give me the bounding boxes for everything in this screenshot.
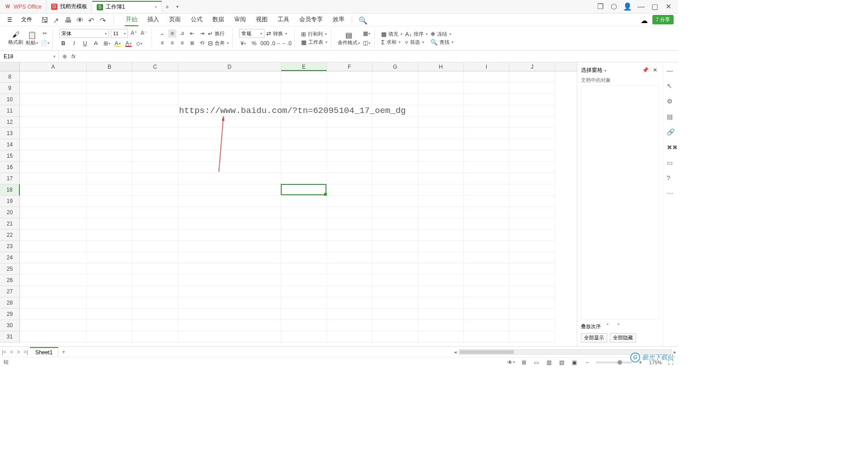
pin-icon[interactable]: 📌 [642, 66, 650, 74]
cell-A10[interactable] [20, 94, 87, 105]
row-header-30[interactable]: 30 [0, 320, 20, 331]
cell-B14[interactable] [87, 139, 132, 150]
search-icon[interactable]: 🔍 [359, 16, 366, 24]
cell-D17[interactable] [178, 173, 281, 184]
currency-icon[interactable]: ¥▾ [239, 39, 247, 47]
cell-G30[interactable] [373, 320, 418, 331]
cell-F27[interactable] [327, 286, 373, 297]
cell-B23[interactable] [87, 241, 132, 252]
cell-D13[interactable] [178, 128, 281, 139]
decimal-dec-icon[interactable]: ←.0 [283, 39, 291, 47]
cell-A14[interactable] [20, 139, 87, 150]
cell-F20[interactable] [327, 207, 373, 218]
find-button[interactable]: 🔍查找▾ [430, 39, 453, 46]
cell-J9[interactable] [509, 83, 555, 94]
cell-B30[interactable] [87, 320, 132, 331]
cell-E19[interactable] [281, 196, 327, 207]
cell-C21[interactable] [132, 218, 178, 230]
cell-C8[interactable] [132, 71, 178, 83]
cell-B19[interactable] [87, 196, 132, 207]
tab-wps-office[interactable]: W WPS Office [0, 1, 47, 13]
cell-E26[interactable] [281, 275, 327, 286]
menu-tab-开始[interactable]: 开始 [125, 14, 138, 26]
cell-G15[interactable] [373, 150, 418, 162]
cell-H27[interactable] [418, 286, 464, 297]
cell-H8[interactable] [418, 71, 464, 83]
cell-I14[interactable] [464, 139, 509, 150]
panel-title[interactable]: 选择窗格 ▾ [581, 66, 606, 74]
border-button[interactable]: ⊞▾ [103, 39, 111, 47]
cell-H10[interactable] [418, 94, 464, 105]
cell-J15[interactable] [509, 150, 555, 162]
cell-F8[interactable] [327, 71, 373, 83]
cell-I18[interactable] [464, 184, 509, 196]
cell-J12[interactable] [509, 117, 555, 128]
cell-I29[interactable] [464, 309, 509, 320]
cell-A24[interactable] [20, 252, 87, 263]
row-header-29[interactable]: 29 [0, 309, 20, 320]
align-right-icon[interactable]: ≡ [178, 39, 186, 47]
cell-D26[interactable] [178, 275, 281, 286]
cell-F14[interactable] [327, 139, 373, 150]
cell-A29[interactable] [20, 309, 87, 320]
cell-G13[interactable] [373, 128, 418, 139]
row-header-13[interactable]: 13 [0, 128, 20, 139]
menu-tab-审阅[interactable]: 审阅 [233, 14, 247, 26]
cell-E30[interactable] [281, 320, 327, 331]
cell-I13[interactable] [464, 128, 509, 139]
bold-button[interactable]: B [59, 39, 67, 47]
table-style-icon[interactable]: ▦▾ [363, 29, 371, 38]
name-box[interactable]: E18 [0, 51, 59, 62]
strike-button[interactable]: A [92, 39, 100, 47]
cell-A16[interactable] [20, 162, 87, 173]
expand-icon[interactable]: ⊕ [62, 53, 67, 60]
row-header-28[interactable]: 28 [0, 297, 20, 309]
cell-H20[interactable] [418, 207, 464, 218]
tab-workbook[interactable]: S 工作簿1 • [92, 1, 162, 13]
cell-G22[interactable] [373, 230, 418, 241]
menu-tab-公式[interactable]: 公式 [190, 14, 203, 26]
cell-E28[interactable] [281, 297, 327, 309]
cell-E29[interactable] [281, 309, 327, 320]
cell-I26[interactable] [464, 275, 509, 286]
cell-G19[interactable] [373, 196, 418, 207]
cell-I17[interactable] [464, 173, 509, 184]
menu-tab-效率[interactable]: 效率 [332, 14, 345, 26]
cell-D21[interactable] [178, 218, 281, 230]
cell-H11[interactable] [418, 105, 464, 117]
cell-E18[interactable] [281, 184, 327, 196]
cell-A28[interactable] [20, 297, 87, 309]
sum-button[interactable]: Σ求和▾ [381, 39, 402, 46]
cell-G25[interactable] [373, 263, 418, 275]
rowcol-button[interactable]: ⊞行和列▾ [301, 31, 327, 38]
close-icon[interactable]: ✕ [651, 66, 659, 74]
row-header-19[interactable]: 19 [0, 196, 20, 207]
cell-A8[interactable] [20, 71, 87, 83]
cell-J14[interactable] [509, 139, 555, 150]
cell-F21[interactable] [327, 218, 373, 230]
col-header-C[interactable]: C [132, 62, 178, 71]
row-header-18[interactable]: 18 [0, 184, 20, 196]
cell-F12[interactable] [327, 117, 373, 128]
decimal-inc-icon[interactable]: .0→ [272, 39, 280, 47]
cell-D20[interactable] [178, 207, 281, 218]
cond-format-button[interactable]: ▤条件格式▾ [338, 31, 360, 46]
align-top-icon[interactable]: ⫠ [158, 29, 166, 38]
export-icon[interactable]: ↗ [53, 16, 60, 24]
cell-G24[interactable] [373, 252, 418, 263]
row-header-27[interactable]: 27 [0, 286, 20, 297]
underline-button[interactable]: U [81, 39, 89, 47]
cell-B18[interactable] [87, 184, 132, 196]
cell-J8[interactable] [509, 71, 555, 83]
font-color-button[interactable]: A▾ [124, 39, 132, 47]
cell-C23[interactable] [132, 241, 178, 252]
cell-J30[interactable] [509, 320, 555, 331]
cell-C19[interactable] [132, 196, 178, 207]
cell-H24[interactable] [418, 252, 464, 263]
cell-I27[interactable] [464, 286, 509, 297]
cell-E23[interactable] [281, 241, 327, 252]
cell-A26[interactable] [20, 275, 87, 286]
cell-H30[interactable] [418, 320, 464, 331]
cell-D9[interactable] [178, 83, 281, 94]
cell-I30[interactable] [464, 320, 509, 331]
